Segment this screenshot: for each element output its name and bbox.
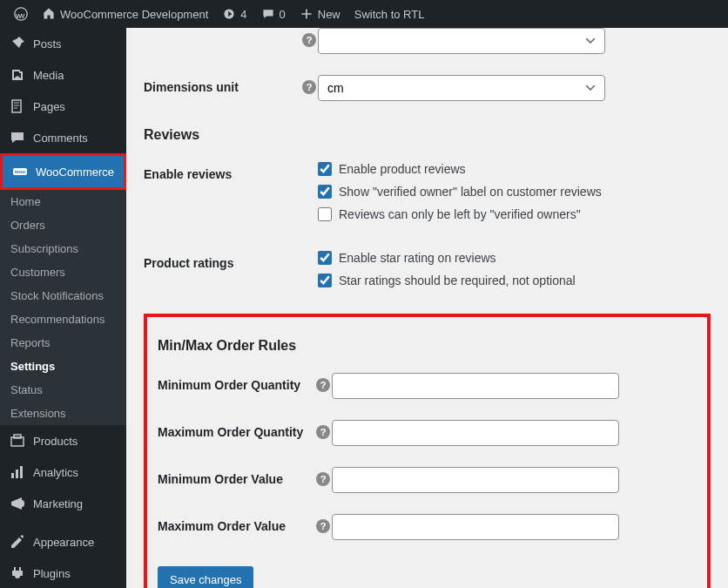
plugin-icon — [9, 564, 26, 582]
sidebar-label: Marketing — [33, 497, 83, 510]
sidebar-item-comments[interactable]: Comments — [0, 122, 126, 153]
svg-rect-1 — [12, 100, 21, 112]
page-icon — [9, 98, 26, 115]
field-label: Product ratings — [144, 251, 300, 270]
svg-text:woo: woo — [14, 169, 25, 174]
updates-link[interactable]: 4 — [215, 7, 253, 21]
marketing-icon — [9, 495, 26, 512]
field-label — [144, 28, 300, 33]
admin-bar: WooCommerce Development 4 0 New Switch t… — [0, 0, 728, 28]
field-label: Dimensions unit — [144, 75, 300, 94]
sidebar-label: Products — [33, 435, 78, 448]
new-label: New — [318, 8, 340, 21]
svg-rect-6 — [11, 473, 14, 478]
site-name-link[interactable]: WooCommerce Development — [35, 7, 215, 21]
comment-icon — [9, 129, 26, 146]
submenu-item-reports[interactable]: Reports — [0, 331, 126, 355]
sidebar-item-analytics[interactable]: Analytics — [0, 456, 126, 488]
comments-link[interactable]: 0 — [254, 7, 293, 21]
submenu-item-settings[interactable]: Settings — [0, 355, 126, 378]
pin-icon — [9, 35, 26, 52]
sidebar-label: Analytics — [33, 466, 78, 479]
field-label: Maximum Order Quantity — [158, 420, 314, 439]
site-name: WooCommerce Development — [60, 8, 208, 21]
enable-reviews-checkbox[interactable] — [318, 162, 332, 176]
rtl-label: Switch to RTL — [354, 8, 425, 21]
submenu-item-customers[interactable]: Customers — [0, 260, 126, 284]
checkbox-label: Show "verified owner" label on customer … — [339, 185, 602, 199]
sidebar-item-media[interactable]: Media — [0, 59, 126, 91]
media-icon — [9, 66, 26, 84]
max-order-qty-input[interactable] — [332, 420, 619, 446]
weight-unit-select[interactable] — [318, 28, 605, 54]
minmax-heading: Min/Max Order Rules — [158, 338, 697, 354]
comments-count: 0 — [280, 8, 286, 21]
sidebar-item-woocommerce[interactable]: wooWooCommerce — [0, 153, 126, 190]
sidebar-item-marketing[interactable]: Marketing — [0, 488, 126, 519]
enable-star-checkbox[interactable] — [318, 251, 332, 265]
minmax-section: Min/Max Order Rules Minimum Order Quanti… — [144, 314, 711, 588]
sidebar-label: Plugins — [33, 567, 71, 580]
min-order-qty-input[interactable] — [332, 373, 619, 399]
help-icon[interactable]: ? — [316, 378, 330, 392]
appearance-icon — [9, 533, 26, 551]
checkbox-label: Star ratings should be required, not opt… — [339, 274, 576, 287]
svg-point-0 — [15, 8, 27, 20]
submenu-item-subscriptions[interactable]: Subscriptions — [0, 237, 126, 260]
help-icon[interactable]: ? — [302, 80, 316, 94]
sidebar-item-plugins[interactable]: Plugins — [0, 558, 126, 588]
field-label: Minimum Order Quantity — [158, 373, 314, 392]
sidebar-label: Media — [33, 69, 64, 82]
dimensions-unit-select[interactable]: cm — [318, 75, 605, 101]
submenu-item-recommendations[interactable]: Recommendations — [0, 308, 126, 331]
help-icon[interactable]: ? — [316, 519, 330, 533]
only-verified-checkbox[interactable] — [318, 207, 332, 221]
sidebar-item-posts[interactable]: Posts — [0, 28, 126, 59]
rtl-link[interactable]: Switch to RTL — [347, 8, 432, 21]
svg-rect-8 — [20, 466, 23, 478]
submenu-item-orders[interactable]: Orders — [0, 213, 126, 237]
max-order-value-input[interactable] — [332, 514, 619, 540]
svg-rect-5 — [14, 435, 21, 438]
field-label: Enable reviews — [144, 162, 300, 181]
star-required-checkbox[interactable] — [318, 274, 332, 287]
woo-icon: woo — [11, 163, 29, 180]
sidebar-label: Comments — [33, 132, 88, 145]
settings-content: ? Dimensions unit ? cm Reviews Enable re… — [126, 28, 728, 588]
field-label: Maximum Order Value — [158, 514, 314, 533]
analytics-icon — [9, 463, 26, 481]
min-order-value-input[interactable] — [332, 467, 619, 493]
checkbox-label: Enable star rating on reviews — [339, 251, 496, 265]
sidebar-label: Appearance — [33, 536, 94, 549]
submenu-item-stock-notifications[interactable]: Stock Notifications — [0, 284, 126, 308]
help-icon[interactable]: ? — [316, 425, 330, 439]
new-link[interactable]: New — [293, 7, 347, 21]
sidebar-label: Posts — [33, 37, 62, 51]
sidebar-label: Pages — [33, 100, 65, 113]
checkbox-label: Enable product reviews — [339, 162, 466, 176]
save-button[interactable]: Save changes — [158, 566, 253, 588]
sidebar-item-products[interactable]: Products — [0, 425, 126, 456]
reviews-heading: Reviews — [144, 127, 711, 143]
checkbox-label: Reviews can only be left by "verified ow… — [339, 207, 581, 221]
updates-count: 4 — [240, 8, 246, 21]
sidebar-label: WooCommerce — [36, 166, 114, 179]
submenu-item-home[interactable]: Home — [0, 190, 126, 213]
woocommerce-submenu: Home Orders Subscriptions Customers Stoc… — [0, 190, 126, 425]
submenu-item-status[interactable]: Status — [0, 378, 126, 402]
svg-rect-7 — [16, 470, 18, 478]
wp-logo[interactable] — [7, 7, 35, 21]
verified-label-checkbox[interactable] — [318, 185, 332, 199]
submenu-item-extensions[interactable]: Extensions — [0, 402, 126, 425]
help-icon[interactable]: ? — [316, 472, 330, 486]
help-icon[interactable]: ? — [302, 33, 316, 47]
field-label: Minimum Order Value — [158, 467, 314, 486]
admin-sidebar: Posts Media Pages Comments wooWooCommerc… — [0, 28, 126, 588]
sidebar-item-appearance[interactable]: Appearance — [0, 526, 126, 558]
products-icon — [9, 432, 26, 449]
sidebar-item-pages[interactable]: Pages — [0, 91, 126, 122]
